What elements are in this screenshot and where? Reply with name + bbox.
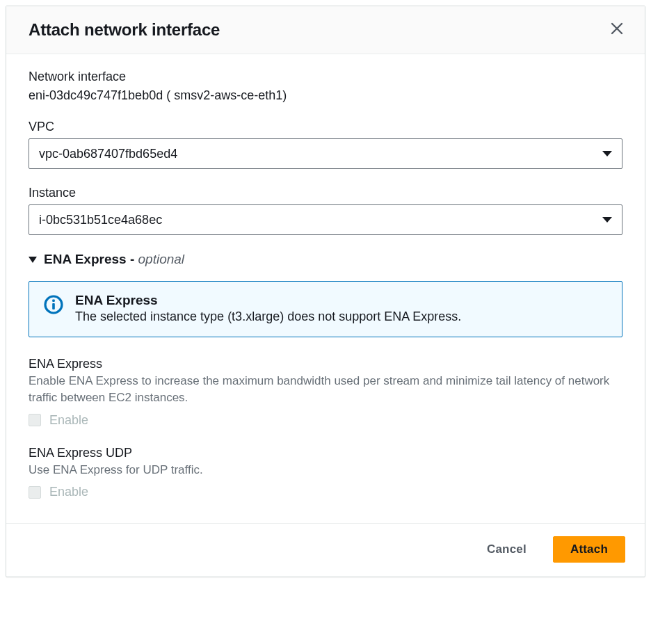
ena-express-setting: ENA Express Enable ENA Express to increa… bbox=[29, 357, 622, 428]
close-button[interactable] bbox=[609, 22, 625, 38]
info-icon bbox=[43, 294, 64, 318]
ena-express-section-text: ENA Express bbox=[44, 252, 127, 266]
ena-express-udp-checkbox-row: Enable bbox=[29, 485, 622, 499]
ena-express-section-toggle[interactable]: ENA Express - optional bbox=[29, 252, 622, 267]
vpc-select-value: vpc-0ab687407fbd65ed4 bbox=[39, 147, 177, 161]
ena-express-checkbox-row: Enable bbox=[29, 413, 622, 428]
ena-express-checkbox[interactable] bbox=[29, 414, 41, 426]
attach-network-interface-modal: Attach network interface Network interfa… bbox=[6, 6, 645, 577]
ena-express-setting-title: ENA Express bbox=[29, 357, 622, 371]
ena-express-info-title: ENA Express bbox=[75, 293, 461, 308]
caret-down-icon bbox=[602, 217, 612, 223]
ena-express-section-optional: optional bbox=[138, 252, 185, 266]
modal-title: Attach network interface bbox=[29, 20, 220, 40]
modal-header: Attach network interface bbox=[6, 6, 645, 54]
triangle-down-icon bbox=[29, 257, 37, 263]
network-interface-value: eni-03dc49c747f1beb0d ( smsv2-aws-ce-eth… bbox=[29, 88, 622, 103]
ena-express-info-alert: ENA Express The selected instance type (… bbox=[29, 281, 622, 337]
svg-rect-2 bbox=[52, 300, 55, 303]
ena-express-checkbox-label: Enable bbox=[49, 413, 88, 428]
network-interface-field: Network interface eni-03dc49c747f1beb0d … bbox=[29, 70, 622, 103]
instance-label: Instance bbox=[29, 186, 622, 200]
network-interface-label: Network interface bbox=[29, 70, 622, 84]
ena-express-udp-checkbox[interactable] bbox=[29, 486, 41, 499]
svg-rect-1 bbox=[52, 303, 55, 309]
modal-footer: Cancel Attach bbox=[6, 523, 645, 577]
ena-express-udp-setting-desc: Use ENA Express for UDP traffic. bbox=[29, 462, 622, 478]
ena-express-udp-checkbox-label: Enable bbox=[49, 485, 88, 499]
ena-express-section-label: ENA Express - optional bbox=[44, 252, 184, 267]
ena-express-setting-desc: Enable ENA Express to increase the maxim… bbox=[29, 373, 622, 406]
attach-button[interactable]: Attach bbox=[553, 536, 625, 563]
vpc-field: VPC vpc-0ab687407fbd65ed4 bbox=[29, 120, 622, 169]
modal-body: Network interface eni-03dc49c747f1beb0d … bbox=[6, 54, 645, 523]
ena-express-udp-setting-title: ENA Express UDP bbox=[29, 446, 622, 460]
instance-select-value: i-0bc531b51ce4a68ec bbox=[39, 213, 162, 227]
vpc-label: VPC bbox=[29, 120, 622, 134]
instance-field: Instance i-0bc531b51ce4a68ec bbox=[29, 186, 622, 235]
ena-express-info-content: ENA Express The selected instance type (… bbox=[75, 293, 461, 324]
cancel-button[interactable]: Cancel bbox=[470, 536, 543, 563]
instance-select[interactable]: i-0bc531b51ce4a68ec bbox=[29, 204, 622, 235]
vpc-select[interactable]: vpc-0ab687407fbd65ed4 bbox=[29, 138, 622, 169]
ena-express-section-dash: - bbox=[127, 252, 138, 266]
close-icon bbox=[610, 22, 624, 38]
ena-express-udp-setting: ENA Express UDP Use ENA Express for UDP … bbox=[29, 446, 622, 500]
caret-down-icon bbox=[602, 151, 612, 156]
ena-express-info-message: The selected instance type (t3.xlarge) d… bbox=[75, 309, 461, 324]
